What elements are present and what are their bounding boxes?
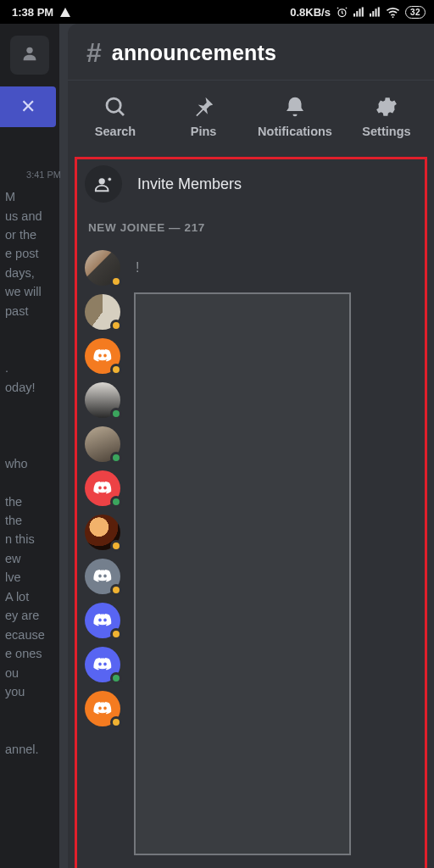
avatar [85, 250, 120, 286]
alarm-icon [336, 6, 348, 19]
avatar [85, 515, 120, 550]
underlying-channel-text: 3:41 PM Mus andor thee postdays,we willp… [0, 119, 68, 868]
wifi-icon [386, 7, 400, 18]
avatar [85, 647, 120, 682]
rail-profile-button[interactable] [10, 36, 49, 75]
tab-pins-label: Pins [191, 125, 217, 138]
member-list[interactable]: ! [68, 246, 434, 731]
person-icon [20, 44, 39, 66]
avatar [85, 294, 120, 330]
battery-badge: 32 [405, 6, 426, 19]
signal-1-icon [353, 7, 364, 17]
idle-status-icon [110, 584, 122, 596]
redaction-overlay [136, 294, 349, 854]
close-icon: ✕ [20, 96, 36, 118]
tab-notifications-label: Notifications [258, 125, 332, 138]
channel-details-panel: # announcements Search Pins Notification… [68, 24, 434, 868]
idle-status-icon [110, 540, 122, 552]
svg-point-11 [107, 98, 120, 112]
idle-status-icon [110, 716, 122, 728]
svg-rect-7 [375, 8, 376, 16]
tab-pins[interactable]: Pins [170, 94, 237, 138]
tab-settings-label: Settings [362, 125, 410, 138]
online-status-icon [110, 452, 122, 464]
svg-rect-3 [359, 8, 360, 16]
idle-status-icon [110, 275, 122, 287]
invite-label: Invite Members [137, 175, 242, 193]
under-time: 3:41 PM [5, 168, 61, 182]
avatar [85, 338, 120, 374]
online-status-icon [110, 496, 122, 508]
avatar [85, 382, 120, 418]
member-section-header: NEW JOINEE — 217 [68, 214, 434, 246]
online-status-icon [110, 672, 122, 684]
status-time: 1:38 PM [12, 6, 53, 19]
member-row[interactable]: ! [85, 246, 417, 290]
hash-icon: # [86, 39, 102, 66]
tab-settings[interactable]: Settings [353, 94, 420, 138]
avatar [85, 426, 120, 462]
svg-point-12 [99, 178, 105, 184]
signal-2-icon [370, 7, 381, 17]
triangle-icon [60, 8, 70, 17]
svg-rect-6 [372, 11, 374, 17]
svg-rect-4 [362, 7, 364, 16]
status-net-rate: 0.8KB/s [290, 6, 331, 19]
avatar [85, 691, 120, 726]
idle-status-icon [110, 320, 122, 331]
avatar [85, 470, 120, 506]
divider [68, 80, 434, 81]
tab-search[interactable]: Search [81, 94, 149, 138]
svg-rect-1 [353, 14, 355, 17]
avatar [85, 559, 120, 594]
avatar [85, 603, 120, 638]
status-bar: 1:38 PM 0.8KB/s 32 [0, 0, 434, 24]
online-status-icon [110, 408, 122, 420]
action-tabs: Search Pins Notifications Settings [68, 89, 434, 153]
tab-search-label: Search [95, 125, 136, 138]
idle-status-icon [110, 364, 122, 376]
svg-rect-5 [370, 14, 371, 17]
tab-notifications[interactable]: Notifications [258, 94, 332, 138]
svg-point-9 [392, 16, 393, 18]
idle-status-icon [110, 628, 122, 640]
member-name: ! [136, 260, 139, 275]
svg-rect-8 [378, 7, 380, 16]
invite-icon [85, 165, 122, 203]
invite-members-button[interactable]: Invite Members [68, 165, 434, 214]
svg-point-10 [26, 47, 32, 53]
channel-title: announcements [112, 41, 276, 65]
svg-rect-2 [356, 11, 358, 17]
